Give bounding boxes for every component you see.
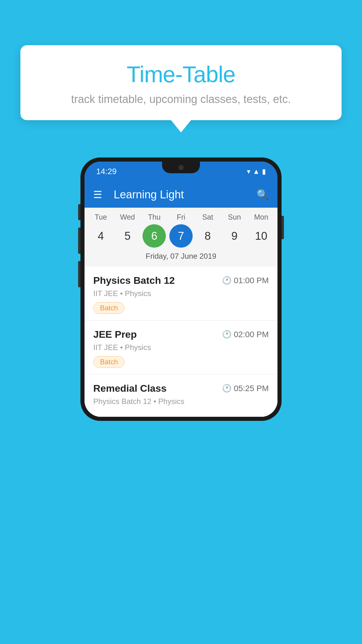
item-subtitle: Physics Batch 12 • Physics <box>93 397 269 406</box>
speech-bubble: Time-Table track timetable, upcoming cla… <box>20 45 342 120</box>
signal-icon: ▲ <box>253 167 260 176</box>
day-number[interactable]: 9 <box>223 224 246 248</box>
item-time: 🕐01:00 PM <box>222 276 269 285</box>
item-time: 🕐02:00 PM <box>222 330 269 339</box>
camera <box>178 165 184 170</box>
app-title: Learning Light <box>111 188 248 201</box>
hamburger-icon[interactable]: ☰ <box>93 190 102 200</box>
mute-button <box>78 204 80 220</box>
batch-badge: Batch <box>93 356 124 368</box>
time-text: 01:00 PM <box>234 276 269 285</box>
day-number[interactable]: 10 <box>249 224 273 248</box>
selected-date-label: Friday, 07 June 2019 <box>87 252 275 264</box>
day-numbers-row: 45678910 <box>87 224 275 248</box>
day-number[interactable]: 5 <box>116 224 139 248</box>
day-name: Wed <box>116 213 139 221</box>
volume-down-button <box>78 261 80 287</box>
calendar-strip: TueWedThuFriSatSunMon 45678910 Friday, 0… <box>85 208 277 267</box>
day-number[interactable]: 6 <box>143 224 166 248</box>
item-time: 🕐05:25 PM <box>222 384 269 393</box>
bubble-title: Time-Table <box>38 61 324 88</box>
day-number[interactable]: 4 <box>89 224 113 248</box>
status-icons: ▾ ▲ ▮ <box>247 167 266 176</box>
day-name: Sat <box>196 213 219 221</box>
batch-badge: Batch <box>93 302 124 314</box>
battery-icon: ▮ <box>262 167 266 176</box>
wifi-icon: ▾ <box>247 167 250 176</box>
schedule-item[interactable]: Remedial Class🕐05:25 PMPhysics Batch 12 … <box>85 374 277 417</box>
phone-screen: 14:29 ▾ ▲ ▮ ☰ Learning Light 🔍 <box>85 162 277 417</box>
time-text: 05:25 PM <box>234 384 269 393</box>
time-text: 02:00 PM <box>234 330 269 339</box>
day-number[interactable]: 8 <box>196 224 219 248</box>
app-bar: ☰ Learning Light 🔍 <box>85 181 277 208</box>
phone-mockup: 14:29 ▾ ▲ ▮ ☰ Learning Light 🔍 <box>80 158 282 421</box>
search-icon[interactable]: 🔍 <box>256 189 269 200</box>
schedule-item[interactable]: Physics Batch 12🕐01:00 PMIIT JEE • Physi… <box>85 267 277 321</box>
day-name: Sun <box>223 213 246 221</box>
status-time: 14:29 <box>96 167 117 176</box>
day-number[interactable]: 7 <box>169 224 193 248</box>
item-subtitle: IIT JEE • Physics <box>93 289 269 298</box>
schedule-item[interactable]: JEE Prep🕐02:00 PMIIT JEE • PhysicsBatch <box>85 321 277 374</box>
day-name: Thu <box>143 213 166 221</box>
volume-up-button <box>78 228 80 254</box>
item-title: JEE Prep <box>93 329 137 340</box>
power-button <box>282 216 284 239</box>
bubble-subtitle: track timetable, upcoming classes, tests… <box>38 93 324 106</box>
item-subtitle: IIT JEE • Physics <box>93 343 269 352</box>
clock-icon: 🕐 <box>222 330 231 339</box>
day-name: Fri <box>169 213 193 221</box>
clock-icon: 🕐 <box>222 384 231 393</box>
status-bar: 14:29 ▾ ▲ ▮ <box>85 162 277 181</box>
item-title: Remedial Class <box>93 383 166 394</box>
clock-icon: 🕐 <box>222 276 231 285</box>
day-name: Tue <box>89 213 113 221</box>
schedule-list: Physics Batch 12🕐01:00 PMIIT JEE • Physi… <box>85 267 277 417</box>
day-name: Mon <box>249 213 273 221</box>
notch <box>162 162 200 173</box>
item-title: Physics Batch 12 <box>93 275 175 286</box>
day-names-row: TueWedThuFriSatSunMon <box>87 213 275 221</box>
